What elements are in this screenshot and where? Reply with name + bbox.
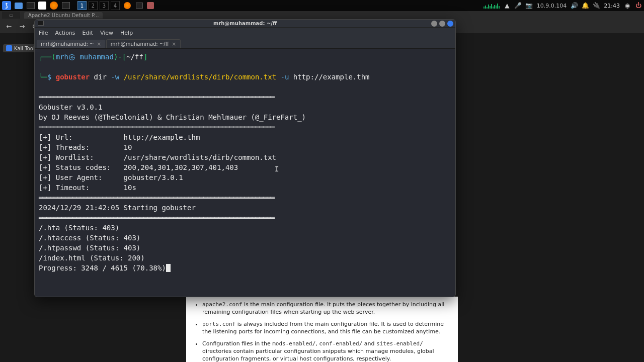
cmd-wordlist: /usr/share/wordlists/dirb/common.txt xyxy=(124,73,276,81)
apache-li-2: ports.conf is always included from the m… xyxy=(202,320,452,336)
terminal-menubar: File Actions Edit View Help xyxy=(35,28,455,38)
back-button[interactable]: ← xyxy=(4,21,14,31)
taskbar-launchers: ⟆ 1 2 3 4 xyxy=(2,1,154,10)
terminal-dropdown-icon[interactable] xyxy=(61,1,70,10)
cursor-block xyxy=(166,264,171,272)
terminal-tab-2[interactable]: mrh@muhammad: ~/ff × xyxy=(106,39,181,48)
microphone-icon[interactable]: 🎤 xyxy=(515,2,522,9)
terminal-tabbar: mrh@muhammad: ~ × mrh@muhammad: ~/ff × xyxy=(35,38,455,49)
divider-line: ════════════════════════════════════════… xyxy=(39,214,274,222)
notifications-icon[interactable]: 🔔 xyxy=(582,2,589,9)
workspace-switcher: 1 2 3 4 xyxy=(77,1,120,10)
banner-line-2: by OJ Reeves (@TheColonial) & Christian … xyxy=(39,113,306,121)
cmd-subcommand: dir xyxy=(94,73,107,81)
prompt-user: mrh㉿ muhammad xyxy=(56,53,114,61)
browser-newtab-icon[interactable]: ▭ xyxy=(2,12,20,19)
start-line: 2024/12/29 21:42:05 Starting gobuster xyxy=(39,204,196,212)
param-ua: [+] User Agent: gobuster/3.0.1 xyxy=(39,173,183,182)
tab-close-icon[interactable]: × xyxy=(97,41,101,47)
forward-button[interactable]: → xyxy=(17,21,27,31)
menu-help[interactable]: Help xyxy=(120,30,133,36)
battery-icon[interactable]: 🔌 xyxy=(593,2,600,9)
result-line-4: /index.html (Status: 200) xyxy=(39,254,145,262)
power-icon[interactable]: ⏻ xyxy=(635,2,642,9)
terminal-tab-2-label: mrh@muhammad: ~/ff xyxy=(111,41,169,47)
divider-line: ════════════════════════════════════════… xyxy=(39,194,274,202)
minimize-button[interactable] xyxy=(431,21,437,27)
running-term-icon[interactable] xyxy=(135,1,144,10)
running-app-icon[interactable] xyxy=(147,2,154,9)
terminal-tab-1[interactable]: mrh@muhammad: ~ × xyxy=(37,40,105,48)
menu-view[interactable]: View xyxy=(100,30,113,36)
terminal-window: mrh@muhammad: ~/ff File Actions Edit Vie… xyxy=(34,19,456,297)
kali-bookmark-icon xyxy=(6,45,12,51)
clock-label[interactable]: 21:43 xyxy=(604,3,620,9)
result-line-1: /.hta (Status: 403) xyxy=(39,224,119,232)
terminal-tab-1-label: mrh@muhammad: ~ xyxy=(41,41,94,47)
kali-tools-label: Kali Tools xyxy=(14,46,37,51)
progress-line: Progress: 3248 / 4615 (70.38%) xyxy=(39,264,171,272)
apache-default-page: apache2.conf is the main configuration f… xyxy=(186,297,458,362)
param-url: [+] Url: http://example.thm xyxy=(39,133,200,141)
menu-edit[interactable]: Edit xyxy=(83,30,93,36)
kali-menu-icon[interactable]: ⟆ xyxy=(2,1,11,10)
cmd-flag-w: -w xyxy=(111,73,119,81)
apache-li-1: apache2.conf is the main configuration f… xyxy=(202,301,452,316)
browser-tabbar: ▭ Apache2 Ubuntu Default P... xyxy=(0,11,644,19)
terminal-window-icon xyxy=(38,21,44,26)
terminal-launcher-icon[interactable] xyxy=(26,1,35,10)
menu-file[interactable]: File xyxy=(39,30,48,36)
browser-tab[interactable]: Apache2 Ubuntu Default P... xyxy=(24,12,103,19)
workspace-2[interactable]: 2 xyxy=(89,1,98,10)
wifi-icon[interactable]: ▲ xyxy=(504,2,511,9)
divider-line: ════════════════════════════════════════… xyxy=(39,123,274,131)
volume-icon[interactable]: 🔊 xyxy=(571,2,578,9)
workspace-1[interactable]: 1 xyxy=(77,1,87,10)
param-timeout: [+] Timeout: 10s xyxy=(39,184,136,192)
system-tray: ▲ 🎤 📷 10.9.0.104 🔊 🔔 🔌 21:43 ◉ ⏻ xyxy=(484,2,642,9)
workspace-3[interactable]: 3 xyxy=(100,1,109,10)
cmd-target: http://example.thm xyxy=(293,73,370,81)
terminal-body[interactable]: ┌──(mrh㉿ muhammad)-[~/ff] └─$ gobuster d… xyxy=(35,49,455,297)
result-line-2: /.htaccess (Status: 403) xyxy=(39,234,140,242)
firefox-icon[interactable] xyxy=(49,1,58,10)
divider-line: ════════════════════════════════════════… xyxy=(39,93,274,101)
terminal-title: mrh@muhammad: ~/ff xyxy=(213,21,277,26)
filemanager-icon[interactable] xyxy=(14,1,23,10)
text-editor-icon[interactable] xyxy=(38,2,46,10)
param-codes: [+] Status codes: 200,204,301,302,307,40… xyxy=(39,163,238,171)
cmd-binary: gobuster xyxy=(56,73,90,81)
prompt-symbol: $ xyxy=(47,73,51,81)
workspace-4[interactable]: 4 xyxy=(111,1,120,10)
close-window-button[interactable] xyxy=(447,21,453,27)
running-firefox-icon[interactable] xyxy=(123,1,132,10)
network-graph-icon[interactable] xyxy=(484,3,500,9)
result-line-3: /.htpasswd (Status: 403) xyxy=(39,244,140,252)
banner-line-1: Gobuster v3.0.1 xyxy=(39,103,102,111)
prompt-path: ~/ff xyxy=(126,53,143,61)
menu-actions[interactable]: Actions xyxy=(55,30,75,36)
camera-icon[interactable]: 📷 xyxy=(526,2,533,9)
tab-close-icon[interactable]: × xyxy=(172,41,176,47)
param-threads: [+] Threads: 10 xyxy=(39,143,132,151)
text-cursor-icon: I xyxy=(275,164,275,171)
terminal-titlebar[interactable]: mrh@muhammad: ~/ff xyxy=(35,20,455,28)
cmd-flag-u: -u xyxy=(281,73,289,81)
maximize-button[interactable] xyxy=(439,21,445,27)
ip-address-label: 10.9.0.104 xyxy=(537,3,567,9)
lock-icon[interactable]: ◉ xyxy=(624,2,631,9)
apache-li-3: Configuration files in the mods-enabled/… xyxy=(202,340,452,362)
param-wordlist: [+] Wordlist: /usr/share/wordlists/dirb/… xyxy=(39,153,276,161)
top-taskbar: ⟆ 1 2 3 4 ▲ 🎤 📷 10.9.0.104 🔊 🔔 🔌 21:43 ◉ xyxy=(0,0,644,11)
